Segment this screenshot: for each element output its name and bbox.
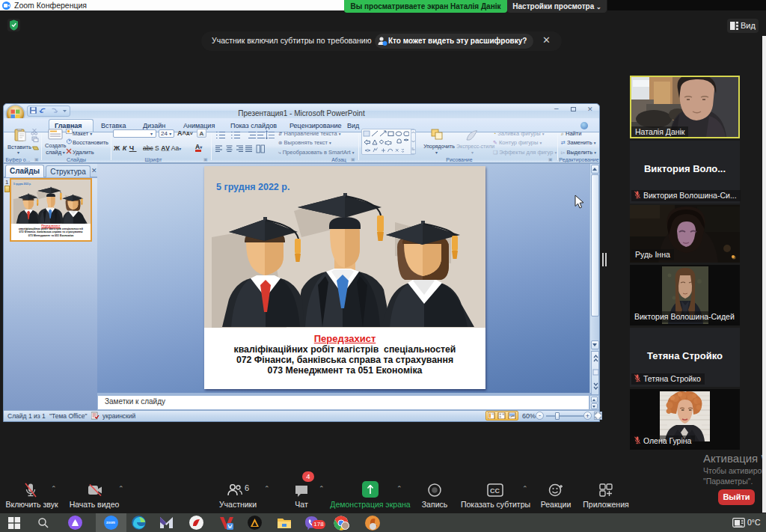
svg-text:CC: CC <box>490 487 500 495</box>
